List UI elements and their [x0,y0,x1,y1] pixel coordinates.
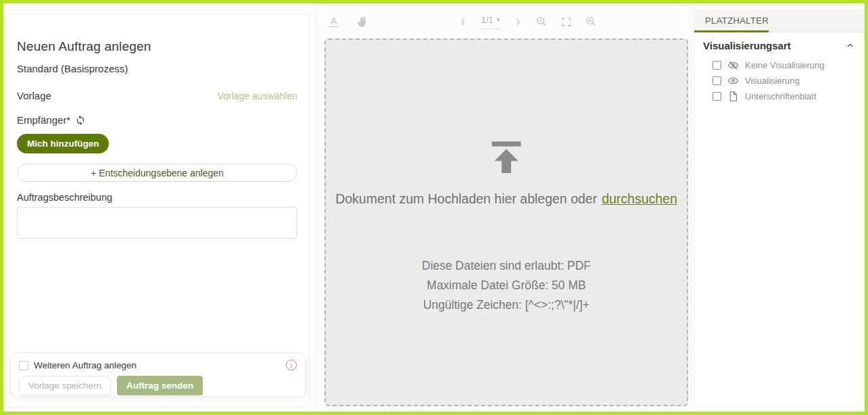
info-icon[interactable]: i [286,360,297,370]
pan-tool-icon[interactable] [356,16,368,28]
action-buttons: Vorlage speichern Auftrag senden [19,376,297,395]
browse-link[interactable]: durchsuchen [602,191,677,207]
upload-rules: Diese Dateien sind erlaubt: PDF Maximale… [326,256,687,315]
viewer-toolbar: A 1/1 ▾ [316,6,691,37]
new-order-panel: Neuen Auftrag anlegen Standard (Basispro… [5,14,309,408]
zoom-out-icon[interactable] [535,16,548,28]
send-order-button[interactable]: Auftrag senden [117,376,203,395]
page-select-caret-icon: ▾ [497,17,500,23]
allowed-files-text: Diese Dateien sind erlaubt: PDF [326,256,687,276]
visualization-type-title: Visualisierungsart [703,40,791,51]
process-type-label: Standard (Basisprozess) [17,63,297,74]
order-description-input[interactable] [17,207,297,239]
upload-icon [487,141,525,177]
zoom-in-icon[interactable] [585,16,597,28]
placeholder-body: Visualisierungsart Keine Visualisierung [694,32,864,104]
create-another-row: Weiteren Auftrag anlegen [19,360,297,370]
add-me-button[interactable]: Mich hinzufügen [17,134,109,153]
page-indicator[interactable]: 1/1 ▾ [481,15,500,29]
tab-platzhalter[interactable]: PLATZHALTER [694,9,769,32]
save-template-button[interactable]: Vorlage speichern [19,376,111,395]
option-label: Unterschriftenblatt [745,91,817,101]
eye-off-icon [727,59,739,71]
option-label: Visualisierung [745,76,800,86]
drop-instruction: Dokument zum Hochladen hier ablegen oder… [326,191,687,207]
option-visualisierung: Visualisierung [703,73,855,89]
toolbar-center-group: 1/1 ▾ [458,6,598,37]
collapse-chevron-icon[interactable] [845,41,855,51]
tab-platzhalter-label: PLATZHALTER [705,16,769,26]
document-viewer: A 1/1 ▾ [315,5,692,410]
recipient-label: Empfänger* [17,114,70,126]
visualization-options: Keine Visualisierung Visualisierung Unte… [703,57,855,104]
unterschriftenblatt-checkbox[interactable] [713,92,721,101]
option-unterschriftenblatt: Unterschriftenblatt [703,89,855,104]
page-title: Neuen Auftrag anlegen [17,39,297,54]
toolbar-left-group: A [329,6,368,37]
recipient-row: Empfänger* [17,114,297,126]
prev-page-icon[interactable] [458,17,468,27]
text-annotation-icon[interactable]: A [329,16,338,27]
select-template-link[interactable]: Vorlage auswählen [218,91,297,101]
drop-text: Dokument zum Hochladen hier ablegen oder [335,191,597,207]
max-size-text: Maximale Datei Größe: 50 MB [326,276,687,295]
placeholder-tabbar: PLATZHALTER [694,9,864,32]
visualization-section-header: Visualisierungsart [703,40,855,51]
fit-screen-icon[interactable] [560,16,572,28]
document-icon [727,91,739,102]
template-label: Vorlage [17,90,51,101]
active-tab-underline [694,30,769,32]
invalid-chars-text: Ungültige Zeichen: [^<>:;?\"*|/]+ [326,295,687,315]
recipient-order-icon[interactable] [75,115,86,126]
option-keine-visualisierung: Keine Visualisierung [703,57,855,73]
visualisierung-checkbox[interactable] [713,76,721,85]
upload-dropzone[interactable]: Dokument zum Hochladen hier ablegen oder… [324,39,688,406]
page-number: 1/1 [481,15,493,25]
order-description-label: Auftragsbeschreibung [17,192,297,203]
add-decision-level-button[interactable]: + Entscheidungsebene anlegen [17,164,297,182]
submit-card: Weiteren Auftrag anlegen i Vorlage speic… [10,353,306,397]
placeholder-panel: PLATZHALTER Visualisierungsart Keine Vis… [694,5,865,410]
create-another-label: Weiteren Auftrag anlegen [34,360,137,370]
next-page-icon[interactable] [512,17,523,27]
eye-icon [727,75,739,87]
keine-visualisierung-checkbox[interactable] [713,61,721,70]
create-another-checkbox[interactable] [19,361,28,370]
esignature-app: Neuen Auftrag anlegen Standard (Basispro… [0,0,868,415]
template-row: Vorlage Vorlage auswählen [17,90,297,101]
option-label: Keine Visualisierung [745,60,825,70]
